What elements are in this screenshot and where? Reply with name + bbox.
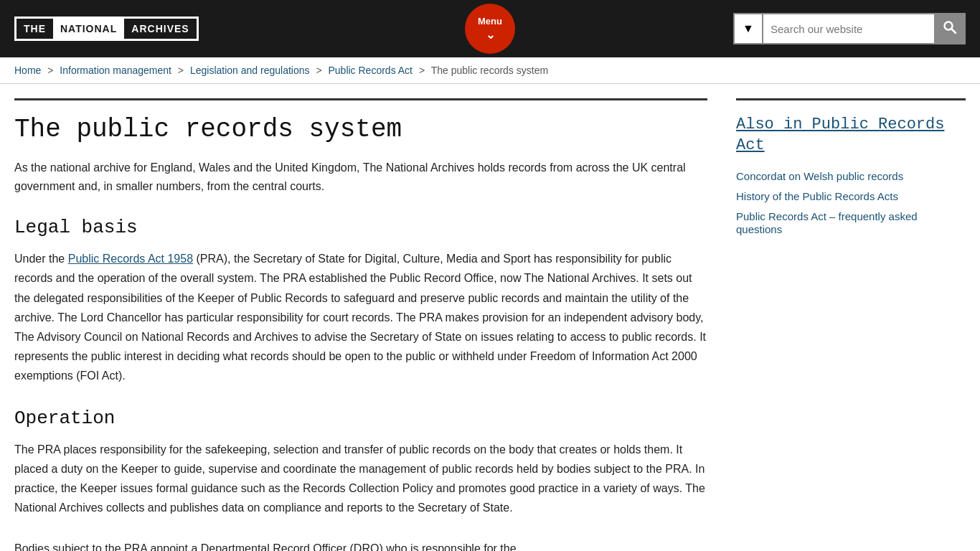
site-logo[interactable]: THE NATIONAL ARCHIVES [14, 17, 199, 41]
search-dropdown-button[interactable]: ▼ [733, 13, 762, 44]
sidebar-link-item: Public Records Act – frequently asked qu… [736, 210, 966, 236]
logo-the: THE [17, 19, 53, 39]
search-icon [943, 20, 957, 38]
sidebar-links-list: Concordat on Welsh public records Histor… [736, 170, 966, 236]
breadcrumb: Home > Information management > Legislat… [0, 57, 980, 84]
main-content: The public records system As the nationa… [14, 98, 707, 551]
legal-text-after: (PRA), the Secretary of State for Digita… [14, 253, 706, 382]
breadcrumb-home[interactable]: Home [14, 65, 41, 76]
sidebar: Also in Public Records Act Concordat on … [736, 98, 966, 551]
logo-national: NATIONAL [53, 19, 124, 39]
site-header: THE NATIONAL ARCHIVES Menu ⌄ ▼ [0, 0, 980, 57]
chevron-down-icon: ▼ [743, 22, 754, 35]
section-heading-operation: Operation [14, 408, 707, 429]
sidebar-title[interactable]: Also in Public Records Act [736, 115, 966, 156]
legal-basis-paragraph: Under the Public Records Act 1958 (PRA),… [14, 249, 707, 385]
intro-paragraph: As the national archive for England, Wal… [14, 159, 707, 195]
breadcrumb-public-records-act[interactable]: Public Records Act [328, 65, 413, 76]
breadcrumb-legislation[interactable]: Legislation and regulations [190, 65, 310, 76]
logo-archives: ARCHIVES [124, 19, 196, 39]
page-title: The public records system [14, 115, 707, 144]
search-submit-button[interactable] [934, 13, 966, 44]
bodies-paragraph: Bodies subject to the PRA appoint a Depa… [14, 539, 707, 551]
operation-paragraph: The PRA places responsibility for the sa… [14, 440, 707, 518]
section-heading-legal: Legal basis [14, 217, 707, 238]
breadcrumb-information-management[interactable]: Information management [60, 65, 171, 76]
sidebar-link-history[interactable]: History of the Public Records Acts [736, 190, 898, 202]
menu-button[interactable]: Menu ⌄ [465, 4, 515, 54]
search-input[interactable] [762, 13, 934, 44]
breadcrumb-current: The public records system [431, 65, 548, 76]
sidebar-link-item: History of the Public Records Acts [736, 190, 966, 203]
sidebar-link-item: Concordat on Welsh public records [736, 170, 966, 183]
svg-line-1 [952, 29, 956, 33]
menu-label: Menu [478, 16, 502, 27]
sidebar-link-faq[interactable]: Public Records Act – frequently asked qu… [736, 210, 918, 235]
sidebar-link-concordat[interactable]: Concordat on Welsh public records [736, 170, 903, 182]
search-area: ▼ [733, 13, 966, 44]
legal-text-before: Under the [14, 253, 68, 265]
public-records-act-link[interactable]: Public Records Act 1958 [68, 253, 193, 265]
chevron-down-icon: ⌄ [486, 28, 495, 42]
main-container: The public records system As the nationa… [0, 84, 980, 551]
